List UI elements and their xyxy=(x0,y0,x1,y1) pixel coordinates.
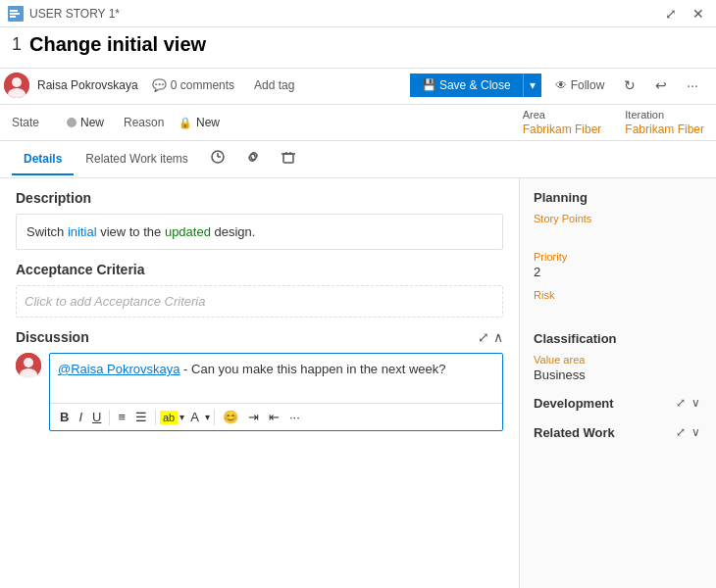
desc-part-4: updated xyxy=(165,224,211,239)
priority-field: Priority 2 xyxy=(534,251,702,279)
story-points-field: Story Points xyxy=(534,213,702,241)
save-dropdown-button[interactable]: ▾ xyxy=(524,74,541,97)
risk-value[interactable] xyxy=(534,303,702,318)
state-dot xyxy=(67,118,77,127)
highlight-button[interactable]: ab xyxy=(160,411,178,424)
discussion-expand-buttons: ⤢ ∧ xyxy=(478,329,503,345)
font-color-dropdown[interactable]: ▾ xyxy=(205,412,210,422)
iteration-label: Iteration xyxy=(625,109,704,121)
development-section: Development ⤢ ∨ xyxy=(534,394,702,412)
action-bar: Raisa Pokrovskaya 💬 0 comments Add tag 💾… xyxy=(0,69,716,105)
value-area-value[interactable]: Business xyxy=(534,368,702,382)
discussion-expand-button[interactable]: ⤢ xyxy=(478,329,489,345)
iteration-field: Iteration Fabrikam Fiber xyxy=(625,109,704,136)
tab-history[interactable] xyxy=(200,141,235,177)
highlight-dropdown[interactable]: ▾ xyxy=(179,412,184,422)
work-title[interactable]: Change initial view xyxy=(29,33,206,56)
desc-part-5: design. xyxy=(211,224,256,239)
acceptance-criteria-field[interactable]: Click to add Acceptance Criteria xyxy=(16,285,503,318)
related-work-expand-button[interactable]: ⤢ xyxy=(674,423,688,441)
discussion-title: Discussion xyxy=(16,329,89,345)
trash-icon xyxy=(281,149,296,165)
more-button[interactable]: ··· xyxy=(681,75,704,95)
title-bar: USER STORY 1* ⤢ ✕ xyxy=(0,0,716,27)
left-pane: Description Switch initial view to the u… xyxy=(0,178,520,588)
svg-point-5 xyxy=(12,77,22,87)
iteration-value[interactable]: Fabrikam Fiber xyxy=(625,122,704,136)
related-work-collapse-button[interactable]: ∨ xyxy=(690,423,702,441)
state-label: State xyxy=(12,116,61,129)
classification-title: Classification xyxy=(534,331,702,346)
lock-icon: 🔒 xyxy=(179,117,192,129)
save-close-button[interactable]: 💾 Save & Close xyxy=(410,74,524,97)
story-points-value[interactable] xyxy=(534,226,702,241)
value-area-field: Value area Business xyxy=(534,354,702,382)
user-name: Raisa Pokrovskaya xyxy=(37,78,138,92)
comments-count: 0 comments xyxy=(171,78,234,92)
work-number: 1 xyxy=(12,34,22,55)
discussion-editor[interactable]: @Raisa Pokrovskaya - Can you make this h… xyxy=(49,353,503,431)
development-expand-button[interactable]: ⤢ xyxy=(674,394,688,412)
reason-value: New xyxy=(196,116,220,129)
toolbar-separator-2 xyxy=(155,410,156,425)
desc-part-3: view to the xyxy=(97,224,165,239)
story-icon xyxy=(8,6,24,22)
tab-link[interactable] xyxy=(235,141,271,177)
priority-value[interactable]: 2 xyxy=(534,265,702,279)
work-header: 1 Change initial view xyxy=(0,27,716,69)
follow-button[interactable]: 👁 Follow xyxy=(549,76,611,94)
mention-link[interactable]: @Raisa Pokrovskaya xyxy=(58,362,179,376)
tabs-bar: Details Related Work items xyxy=(0,141,716,178)
desc-part-2: initial xyxy=(68,224,97,239)
eye-icon: 👁 xyxy=(555,78,567,92)
area-label: Area xyxy=(523,109,602,121)
desc-part-1: Switch xyxy=(26,224,68,239)
tab-details[interactable]: Details xyxy=(12,144,74,175)
refresh-button[interactable]: ↻ xyxy=(618,75,641,95)
close-button[interactable]: ✕ xyxy=(689,4,708,24)
svg-rect-1 xyxy=(10,10,18,12)
svg-point-15 xyxy=(24,358,33,368)
tab-related-work-items[interactable]: Related Work items xyxy=(74,144,199,175)
svg-rect-3 xyxy=(10,16,16,18)
bold-button[interactable]: B xyxy=(56,408,73,426)
state-value-group[interactable]: New xyxy=(67,116,104,129)
state-value: New xyxy=(80,116,104,129)
align-button[interactable]: ≡ xyxy=(114,408,129,426)
italic-button[interactable]: I xyxy=(75,408,86,426)
state-field: State New xyxy=(12,116,104,129)
discussion-collapse-button[interactable]: ∧ xyxy=(493,329,503,345)
description-text: Switch initial view to the updated desig… xyxy=(26,224,255,239)
reason-field: Reason 🔒 New xyxy=(124,116,220,129)
underline-button[interactable]: U xyxy=(88,408,105,426)
planning-title: Planning xyxy=(534,190,702,205)
discussion-header: Discussion ⤢ ∧ xyxy=(16,329,503,345)
emoji-button[interactable]: 😊 xyxy=(219,408,242,426)
toolbar-separator-3 xyxy=(214,410,215,425)
discussion-toolbar: B I U ≡ ☰ ab ▾ A ▾ 😊 ⇥ ⇤ ··· xyxy=(50,403,502,430)
description-box[interactable]: Switch initial view to the updated desig… xyxy=(16,214,503,250)
fields-row: State New Reason 🔒 New Area Fabrikam Fib… xyxy=(0,105,716,141)
undo-button[interactable]: ↩ xyxy=(649,75,673,95)
development-collapse-button[interactable]: ∨ xyxy=(690,394,702,412)
discussion-content[interactable]: @Raisa Pokrovskaya - Can you make this h… xyxy=(50,354,502,403)
tab-delete[interactable] xyxy=(271,141,306,177)
development-expand-icons: ⤢ ∨ xyxy=(674,394,702,412)
area-value[interactable]: Fabrikam Fiber xyxy=(523,122,602,136)
discussion-message: - Can you make this happen in the next w… xyxy=(179,362,445,376)
main-content: Description Switch initial view to the u… xyxy=(0,178,716,588)
indent-button[interactable]: ⇥ xyxy=(244,408,263,426)
save-button-group: 💾 Save & Close ▾ xyxy=(410,74,541,97)
add-tag-button[interactable]: Add tag xyxy=(248,76,300,94)
title-bar-right: ⤢ ✕ xyxy=(661,4,708,24)
restore-button[interactable]: ⤢ xyxy=(661,4,681,24)
description-title: Description xyxy=(16,190,503,206)
outdent-button[interactable]: ⇤ xyxy=(265,408,283,426)
font-color-button[interactable]: A xyxy=(186,408,203,426)
more-formatting-button[interactable]: ··· xyxy=(285,408,304,426)
history-icon xyxy=(210,149,226,165)
list-button[interactable]: ☰ xyxy=(131,408,151,426)
related-work-expand-icons: ⤢ ∨ xyxy=(674,423,702,441)
comments-button[interactable]: 💬 0 comments xyxy=(146,76,240,94)
reason-value-group[interactable]: 🔒 New xyxy=(179,116,220,129)
